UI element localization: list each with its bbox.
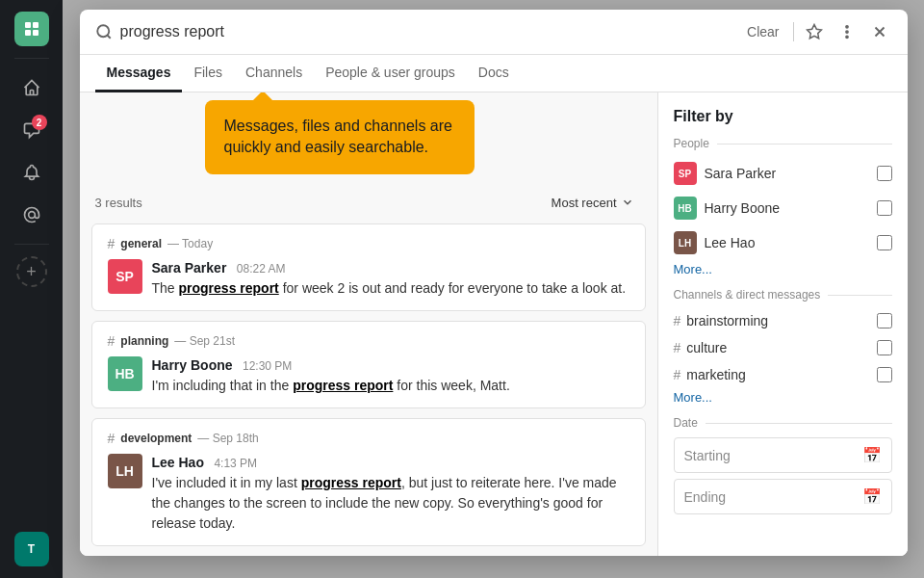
svg-rect-2 <box>25 30 31 36</box>
channel-name: planning <box>120 334 168 348</box>
star-icon[interactable] <box>802 19 827 44</box>
svg-point-7 <box>845 31 847 33</box>
tab-people[interactable]: People & user groups <box>314 55 467 92</box>
sort-dropdown[interactable]: Most recent <box>544 192 642 214</box>
filter-person-name: Sara Parker <box>705 166 777 181</box>
filter-person-item[interactable]: SP Sara Parker <box>674 158 892 189</box>
person-checkbox-lee[interactable] <box>877 235 892 250</box>
starting-date-input[interactable]: Starting 📅 <box>674 437 892 473</box>
tooltip-bubble: Messages, files and channels are quickly… <box>205 100 475 174</box>
result-card: # development — Sep 18th LH Lee Hao 4:13… <box>91 418 646 546</box>
close-modal-button[interactable] <box>867 19 892 44</box>
avatar: HB <box>108 356 142 391</box>
channel-name: development <box>120 432 192 445</box>
channel-hash-icon: # <box>674 313 681 328</box>
message-author: Harry Boone <box>152 357 233 373</box>
sort-label: Most recent <box>552 196 617 210</box>
filter-title: Filter by <box>674 108 892 125</box>
message-badge: 2 <box>32 115 47 130</box>
avatar: SP <box>108 259 142 294</box>
filter-person-name: Harry Boone <box>705 200 781 216</box>
filter-person-name: Lee Hao <box>705 235 756 250</box>
svg-point-4 <box>97 25 109 37</box>
tab-messages[interactable]: Messages <box>95 55 183 92</box>
card-date: — Today <box>167 237 213 250</box>
filter-avatar: LH <box>674 231 697 254</box>
tab-docs[interactable]: Docs <box>467 55 521 92</box>
message-text: The progress report for week 2 is out an… <box>152 278 629 299</box>
card-date: — Sep 21st <box>174 334 235 348</box>
svg-rect-0 <box>25 22 31 28</box>
results-count: 3 results <box>95 196 142 210</box>
home-nav-btn[interactable] <box>14 70 49 105</box>
channel-hash-icon: # <box>674 367 681 382</box>
channel-checkbox-culture[interactable] <box>877 340 892 355</box>
sidebar-divider-2 <box>14 244 49 245</box>
channel-shortcut-btn[interactable]: T <box>14 532 49 566</box>
person-checkbox-harry[interactable] <box>877 200 892 216</box>
highlight-text: progress report <box>301 475 401 490</box>
result-card: # planning — Sep 21st HB Harry Boone 12:… <box>91 321 646 408</box>
channels-more-link[interactable]: More... <box>674 390 892 405</box>
channel-filter-left: # brainstorming <box>674 313 769 328</box>
message-time: 12:30 PM <box>243 359 292 373</box>
message-time: 08:22 AM <box>237 262 286 276</box>
hash-icon: # <box>108 431 116 446</box>
channel-filter-name: marketing <box>686 367 745 382</box>
narrow-sidebar: 2 + T <box>0 0 63 578</box>
hash-icon: # <box>108 236 116 251</box>
workspace-icon[interactable] <box>14 12 49 46</box>
filter-channel-item[interactable]: # brainstorming <box>674 309 892 332</box>
activity-nav-btn[interactable] <box>14 155 49 190</box>
filter-avatar: HB <box>674 197 697 220</box>
tab-channels[interactable]: Channels <box>234 55 314 92</box>
svg-rect-1 <box>33 22 38 28</box>
svg-rect-3 <box>33 30 38 36</box>
person-checkbox-sara[interactable] <box>877 166 892 181</box>
messages-nav-btn[interactable]: 2 <box>14 113 49 147</box>
hash-icon: # <box>108 333 116 349</box>
message-content: Harry Boone 12:30 PM I'm including that … <box>152 356 629 396</box>
filter-person-item[interactable]: HB Harry Boone <box>674 193 892 223</box>
channel-hash-icon: # <box>674 340 681 355</box>
filter-person-item[interactable]: LH Lee Hao <box>674 227 892 258</box>
card-header: # general — Today <box>108 236 629 251</box>
message-content: Lee Hao 4:13 PM I've included it in my l… <box>152 454 629 534</box>
message-row: HB Harry Boone 12:30 PM I'm including th… <box>108 356 629 396</box>
clear-button[interactable]: Clear <box>741 22 784 41</box>
channel-checkbox-brainstorming[interactable] <box>877 313 892 328</box>
svg-marker-5 <box>807 25 821 39</box>
tabs-row: Messages Files Channels People & user gr… <box>80 55 908 92</box>
search-input[interactable] <box>120 23 734 40</box>
message-text: I've included it in my last progress rep… <box>152 473 629 534</box>
more-options-icon[interactable] <box>834 19 860 44</box>
search-modal: Clear <box>80 10 908 556</box>
filter-channel-item[interactable]: # culture <box>674 336 892 359</box>
card-header: # planning — Sep 21st <box>108 333 629 349</box>
svg-point-6 <box>845 26 847 28</box>
modal-overlay: Clear <box>63 0 924 578</box>
date-section: Date Starting 📅 Ending 📅 <box>674 416 892 514</box>
channel-filter-left: # culture <box>674 340 728 355</box>
channel-filter-left: # marketing <box>674 367 746 382</box>
channel-filter-name: brainstorming <box>686 313 768 328</box>
results-header: 3 results Most recent <box>80 182 657 223</box>
message-row: SP Sara Parker 08:22 AM The progress rep… <box>108 259 629 299</box>
starting-label: Starting <box>684 448 731 463</box>
ending-date-input[interactable]: Ending 📅 <box>674 479 892 514</box>
filter-avatar: SP <box>674 162 697 185</box>
channel-checkbox-marketing[interactable] <box>877 367 892 382</box>
calendar-icon-ending: 📅 <box>862 487 882 506</box>
message-time: 4:13 PM <box>214 457 257 470</box>
highlight-text: progress report <box>293 378 393 393</box>
filter-person-left: HB Harry Boone <box>674 197 781 220</box>
add-workspace-btn[interactable]: + <box>16 256 47 287</box>
tab-files[interactable]: Files <box>182 55 234 92</box>
channel-filter-name: culture <box>686 340 727 355</box>
card-date: — Sep 18th <box>197 432 258 445</box>
svg-point-8 <box>845 36 847 38</box>
mention-nav-btn[interactable] <box>14 197 49 232</box>
message-text: I'm including that in the progress repor… <box>152 376 629 396</box>
people-more-link[interactable]: More... <box>674 262 892 276</box>
filter-channel-item[interactable]: # marketing <box>674 363 892 386</box>
